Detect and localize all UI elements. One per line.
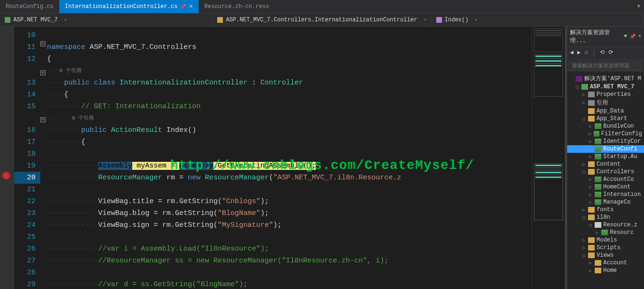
tree-item-label: Home xyxy=(603,267,617,274)
tree-item[interactable]: ▷AccountCo xyxy=(567,176,644,183)
expand-icon[interactable]: ▷ xyxy=(588,131,592,137)
tree-item-label: 引用 xyxy=(597,99,608,107)
close-icon[interactable]: × xyxy=(638,34,641,39)
tree-item-label: Internation xyxy=(603,191,641,198)
tree-item-label: Controllers xyxy=(597,168,634,175)
tree-item[interactable]: ▢Resource.z xyxy=(567,221,644,229)
expand-icon[interactable]: ▷ xyxy=(588,192,593,197)
expand-icon[interactable]: ▷ xyxy=(581,92,586,97)
tree-item[interactable]: ▷Properties xyxy=(567,91,644,98)
tree-item[interactable]: ▷ManageCo xyxy=(567,198,644,206)
folder-icon xyxy=(595,268,601,273)
breadcrumb-project[interactable]: ASP.NET MVC_7▾ xyxy=(0,15,212,25)
tab-routeconfig[interactable]: RouteConfig.cs xyxy=(0,0,59,13)
breadcrumb-class[interactable]: ASP.NET_MVC_7.Controllers.Internationali… xyxy=(212,15,431,25)
breadcrumb-method[interactable]: Index()▾ xyxy=(432,15,644,25)
expand-icon[interactable]: ▷ xyxy=(588,139,593,144)
pin-icon[interactable]: 📌 xyxy=(180,4,186,9)
search-input[interactable] xyxy=(569,61,643,71)
tree-item[interactable]: ▷Scripts xyxy=(567,244,644,252)
pin-icon[interactable]: 📌 xyxy=(630,34,635,39)
tree-item[interactable]: ▷BundleCon xyxy=(567,122,644,130)
chevron-down-icon: ▾ xyxy=(424,18,426,22)
minimap[interactable] xyxy=(532,27,565,289)
tree-item[interactable]: ▷引用 xyxy=(567,98,644,107)
tree-item[interactable]: ▷FilterConfig xyxy=(567,130,644,138)
tree-item[interactable]: ▢il8n xyxy=(567,214,644,221)
fold-toggle[interactable]: − xyxy=(40,70,46,75)
tree-item-label: ManageCo xyxy=(603,199,631,205)
expand-icon[interactable]: ▢ xyxy=(581,215,586,220)
code-editor[interactable]: 1011121314151617181920212223242526272829… xyxy=(0,27,565,289)
expand-icon[interactable]: ▢ xyxy=(588,223,593,228)
tree-item[interactable]: ▷Resourc xyxy=(567,229,644,236)
cs-icon xyxy=(595,154,601,159)
expand-icon[interactable]: ▷ xyxy=(581,207,586,213)
solution-toolbar: ◀ ▶ ⌂ | ⟲ ⟳ xyxy=(567,47,644,60)
solution-tree[interactable]: 解决方案'ASP.NET M▢ASP.NET MVC_7▷Properties▷… xyxy=(567,72,644,289)
expand-icon[interactable]: ▷ xyxy=(588,200,593,205)
expand-icon[interactable]: ▷ xyxy=(588,124,593,129)
code-content[interactable]: namespace ASP.NET_MVC_7.Controllers { ··… xyxy=(47,27,532,289)
close-icon[interactable]: × xyxy=(189,3,193,10)
expand-icon[interactable]: ▷ xyxy=(581,245,586,251)
tree-item[interactable]: ▷Home xyxy=(567,267,644,274)
proj-icon xyxy=(581,84,588,90)
expand-icon[interactable]: ▢ xyxy=(575,84,580,90)
dropdown-icon[interactable]: ▼ xyxy=(624,34,627,39)
cs-icon xyxy=(595,139,601,144)
expand-icon[interactable]: ▷ xyxy=(588,268,593,273)
expand-icon[interactable]: ▷ xyxy=(595,230,599,235)
expand-icon[interactable]: ▷ xyxy=(588,147,593,152)
tree-item[interactable]: ▷RouteConfi xyxy=(567,145,644,153)
tab-overflow-icon[interactable]: ▼ xyxy=(634,4,644,9)
tree-item-label: RouteConfi xyxy=(603,146,637,152)
tree-item[interactable]: ▷Internation xyxy=(567,191,644,198)
tree-item[interactable]: ▢ASP.NET MVC_7 xyxy=(567,83,644,91)
tree-item[interactable]: ▢App_Start xyxy=(567,115,644,122)
ref-icon xyxy=(588,100,595,106)
tree-item-label: App_Data xyxy=(597,108,624,114)
tree-item[interactable]: ▷Models xyxy=(567,236,644,244)
tree-item[interactable]: App_Data xyxy=(567,107,644,115)
tree-item[interactable]: 解决方案'ASP.NET M xyxy=(567,74,644,83)
tree-item[interactable]: ▷Startup.Au xyxy=(567,153,644,160)
ref-icon xyxy=(588,92,595,97)
tree-item[interactable]: ▷Content xyxy=(567,160,644,168)
folder-icon xyxy=(588,207,595,213)
tree-item-label: ASP.NET MVC_7 xyxy=(590,84,635,90)
sync-icon[interactable]: ⟲ xyxy=(600,49,605,57)
tree-item[interactable]: ▷HomeCont xyxy=(567,183,644,191)
tab-internationalization[interactable]: InternationalizationController.cs📌× xyxy=(59,0,199,13)
expand-icon[interactable]: ▢ xyxy=(581,253,586,258)
back-icon[interactable]: ◀ xyxy=(570,49,573,57)
forward-icon[interactable]: ▶ xyxy=(577,49,580,57)
tree-item-label: Models xyxy=(597,237,617,243)
tree-item-label: Resource.z xyxy=(603,222,637,228)
breakpoint-gutter[interactable] xyxy=(0,27,14,289)
tree-item-label: BundleCon xyxy=(603,123,634,130)
expand-icon[interactable]: ▷ xyxy=(588,154,593,159)
expand-icon[interactable]: ▢ xyxy=(581,116,586,121)
expand-icon[interactable]: ▷ xyxy=(588,261,593,266)
home-icon[interactable]: ⌂ xyxy=(584,49,588,57)
refresh-icon[interactable]: ⟳ xyxy=(608,49,613,57)
tree-item[interactable]: ▷fonts xyxy=(567,206,644,214)
tab-resource[interactable]: Resource.zh-cn.resx xyxy=(199,0,275,13)
expand-icon[interactable]: ▢ xyxy=(581,169,586,175)
expand-icon[interactable]: ▷ xyxy=(588,185,593,190)
tree-item[interactable]: ▢Controllers xyxy=(567,168,644,176)
fold-toggle[interactable]: − xyxy=(40,117,46,122)
expand-icon[interactable]: ▷ xyxy=(581,162,586,167)
tree-item-label: HomeCont xyxy=(603,184,631,190)
cs-icon xyxy=(595,192,601,197)
fold-toggle[interactable]: − xyxy=(40,41,46,47)
tree-item[interactable]: ▷Account xyxy=(567,259,644,267)
expand-icon[interactable]: ▷ xyxy=(581,100,586,105)
expand-icon[interactable]: ▷ xyxy=(588,177,593,182)
tree-item[interactable]: ▷IdentityCor xyxy=(567,138,644,145)
breakpoint-marker[interactable] xyxy=(2,171,10,180)
expand-icon[interactable]: ▷ xyxy=(581,238,586,243)
tab-bar: RouteConfig.cs InternationalizationContr… xyxy=(0,0,644,13)
tree-item[interactable]: ▢Views xyxy=(567,252,644,259)
